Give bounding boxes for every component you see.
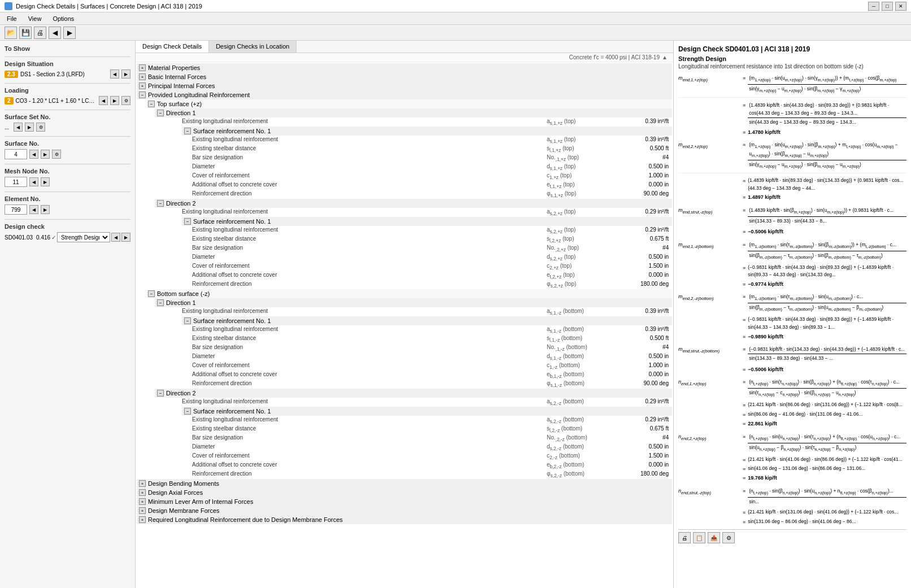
header-scroll-up[interactable]: ▲ <box>662 54 669 60</box>
expand-material[interactable]: + <box>139 64 146 71</box>
minimize-button[interactable]: ─ <box>868 2 879 11</box>
expand-required[interactable]: + <box>139 516 146 523</box>
dc-prev[interactable]: ◀ <box>111 233 120 242</box>
element-no-input[interactable] <box>5 204 27 215</box>
right-tb-btn-3[interactable]: 📤 <box>708 532 720 543</box>
list-item[interactable]: + Material Properties <box>137 63 672 72</box>
dc-status-icon: ✓ <box>51 234 56 241</box>
expand-axial[interactable]: + <box>139 489 146 496</box>
load-prev-button[interactable]: ◀ <box>99 96 108 105</box>
toolbar-forward[interactable]: ▶ <box>63 27 76 39</box>
to-show-label: To Show <box>5 45 130 52</box>
formula-result-6: −0.5006 kipft/ft <box>748 365 783 373</box>
formula-calc-1: (1.4839 kipft/ft · sin(44.33 deg) · sin(… <box>748 101 906 127</box>
maximize-button[interactable]: □ <box>882 2 893 11</box>
list-item: Diameter ds,1,+z (top) 0.500 in <box>191 163 672 172</box>
bottom-surface-label: Bottom surface (-z) <box>157 290 210 297</box>
list-item: Existing steelbar distance sl,1,-z (bott… <box>191 334 672 343</box>
surface-prev[interactable]: ◀ <box>29 150 38 159</box>
right-tb-btn-1[interactable]: 🖨 <box>678 532 691 543</box>
ds-prev-button[interactable]: ◀ <box>110 69 119 79</box>
right-panel-desc: Longitudinal reinforcement resistance in… <box>678 63 906 69</box>
list-item: Additional offset to concrete cover eb,1… <box>191 371 672 380</box>
expand-bending[interactable]: + <box>139 480 146 487</box>
list-item: Cover of reinforcement c2,+z (top) 1.500… <box>191 262 672 271</box>
dc-next[interactable]: ▶ <box>121 233 130 242</box>
load-next-button[interactable]: ▶ <box>110 96 119 105</box>
element-next[interactable]: ▶ <box>41 205 50 214</box>
expand-dir2-bot[interactable]: − <box>157 390 164 397</box>
close-window-button[interactable]: ✕ <box>895 2 906 11</box>
list-item[interactable]: + Design Membrane Forces <box>137 506 672 515</box>
tab-design-checks-location[interactable]: Design Checks in Location <box>209 41 297 53</box>
expand-top[interactable]: − <box>148 101 155 107</box>
mesh-prev[interactable]: ◀ <box>29 177 38 186</box>
toolbar-open[interactable]: 📂 <box>5 27 17 39</box>
list-item[interactable]: − Provided Longitudinal Reinforcement <box>137 90 672 99</box>
list-item: Diameter ds,1,-z (bottom) 0.500 in <box>191 352 672 361</box>
list-item: Bar size designation No.,1,-z (bottom) #… <box>191 343 672 352</box>
tree-content[interactable]: + Material Properties + Basic Internal F… <box>136 62 673 588</box>
expand-surf-reinf-bot2[interactable]: − <box>184 408 191 415</box>
mesh-next[interactable]: ▶ <box>41 177 50 186</box>
list-item: Additional offset to concrete cover et,2… <box>191 271 672 280</box>
right-tb-btn-2[interactable]: 📋 <box>693 532 705 543</box>
provided-label: Provided Longitudinal Reinforcement <box>148 92 250 98</box>
expand-dir2-top[interactable]: − <box>157 200 164 207</box>
right-tb-btn-4[interactable]: ⚙ <box>722 532 735 543</box>
formula-var-6: mend,strut,-z(bottom) <box>678 345 740 355</box>
required-label: Required Longitudinal Reinforcement due … <box>148 516 343 523</box>
expand-basic[interactable]: + <box>139 73 146 80</box>
expand-principal[interactable]: + <box>139 82 146 89</box>
element-prev[interactable]: ◀ <box>29 205 38 214</box>
expand-provided[interactable]: − <box>139 92 146 98</box>
formula-result-2: 1.4897 kipft/ft <box>748 193 781 201</box>
list-item: Diameter ds,2,-z (bottom) 0.500 in <box>191 443 672 452</box>
dir1-top-label: Direction 1 <box>166 110 196 116</box>
list-item: − Bottom surface (-z) − Direction 1 Exis… <box>137 289 672 479</box>
expand-minlever[interactable]: + <box>139 498 146 505</box>
surface-set-prev[interactable]: ◀ <box>14 123 23 132</box>
list-item: Existing longitudinal reinforcement as,1… <box>191 136 672 145</box>
list-item[interactable]: + Required Longitudinal Reinforcement du… <box>137 515 672 524</box>
list-item[interactable]: + Minimum Lever Arm of Internal Forces <box>137 497 672 506</box>
membrane-label: Design Membrane Forces <box>148 507 220 514</box>
list-item: Cover of reinforcement c1,-z (bottom) 1.… <box>191 361 672 371</box>
list-item: Existing longitudinal reinforcement as,1… <box>191 325 672 334</box>
list-item: Reinforcement direction φs,2,+z (top) 18… <box>191 280 672 289</box>
list-item: Additional offset to concrete cover eb,2… <box>191 461 672 470</box>
list-item[interactable]: + Design Axial Forces <box>137 488 672 497</box>
formula-calc-4: (−0.9831 kipft/ft · sin(44.33 deg) · sin… <box>748 264 906 279</box>
expand-surf-reinf-top2[interactable]: − <box>184 218 191 225</box>
dc-type-select[interactable]: Strength Design | Lo... <box>57 232 110 242</box>
ds-next-button[interactable]: ▶ <box>121 69 130 79</box>
toolbar-save[interactable]: 💾 <box>19 27 32 39</box>
expand-bottom[interactable]: − <box>148 290 155 297</box>
expand-dir1-top[interactable]: − <box>157 110 164 116</box>
design-check-label: Design check <box>5 223 130 230</box>
surface-next[interactable]: ▶ <box>41 150 50 159</box>
toolbar-print[interactable]: 🖨 <box>34 27 46 39</box>
list-item[interactable]: + Principal Internal Forces <box>137 81 672 90</box>
toolbar-back[interactable]: ◀ <box>49 27 61 39</box>
expand-membrane[interactable]: + <box>139 507 146 514</box>
list-item[interactable]: + Basic Internal Forces <box>137 72 672 81</box>
surf-reinf-top1-label: Surface reinforcement No. 1 <box>193 128 271 134</box>
surface-options[interactable]: ⚙ <box>52 150 61 159</box>
tab-design-check-details[interactable]: Design Check Details <box>136 41 209 53</box>
expand-surf-reinf-top1[interactable]: − <box>184 128 191 134</box>
formula-calc-7: (21.421 kip/ft · sin(86.06 deg) · sin(13… <box>748 401 906 409</box>
menu-view[interactable]: View <box>26 14 44 23</box>
menu-options[interactable]: Options <box>50 14 76 23</box>
expand-surf-reinf-bot1[interactable]: − <box>184 317 191 324</box>
surface-no-input[interactable] <box>5 149 27 159</box>
mesh-node-input[interactable] <box>5 177 27 187</box>
list-item[interactable]: + Design Bending Moments <box>137 479 672 488</box>
load-options-button[interactable]: ⚙ <box>121 96 130 105</box>
dir2-top-label: Direction 2 <box>166 200 196 207</box>
list-item: Existing longitudinal reinforcement as,2… <box>155 208 672 217</box>
expand-dir1-bot[interactable]: − <box>157 299 164 306</box>
menu-file[interactable]: File <box>5 14 19 23</box>
surface-set-options[interactable]: ⚙ <box>36 123 45 132</box>
surface-set-next[interactable]: ▶ <box>25 123 34 132</box>
